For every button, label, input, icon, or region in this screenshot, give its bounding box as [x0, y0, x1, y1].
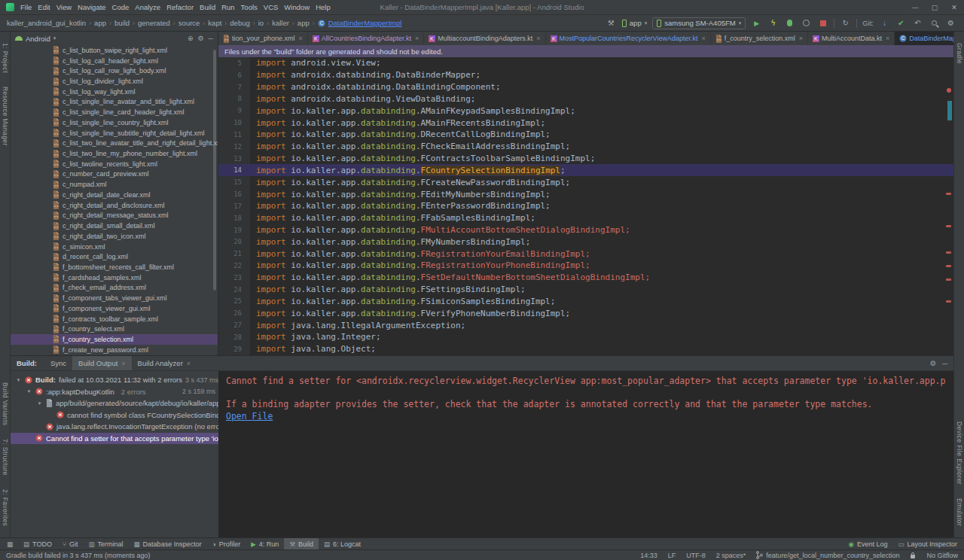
tool-stripe-build-variants[interactable]: Build Variants — [2, 382, 9, 425]
code-line[interactable]: 14import io.kaller.app.databinding.FCoun… — [218, 164, 953, 176]
error-mark[interactable] — [946, 300, 951, 303]
tool-window-button-database-inspector[interactable]: ▦Database Inspector — [129, 538, 207, 549]
tree-item-file[interactable]: <>c_right_detail_and_disclosure.xml — [11, 200, 218, 211]
menu-navigate[interactable]: Navigate — [75, 3, 109, 11]
hide-panel-icon[interactable]: ─ — [942, 359, 947, 367]
error-mark[interactable] — [946, 225, 951, 227]
run-config-selector[interactable]: app ▾ — [622, 17, 647, 29]
breadcrumb-file[interactable]: DataBinderMapperImpl — [328, 19, 403, 27]
indent-style[interactable]: 2 spaces* — [716, 552, 746, 559]
code-line[interactable]: 7import androidx.databinding.DataBinding… — [218, 81, 953, 93]
tool-window-button-layout-inspector[interactable]: ▭Layout Inspector — [892, 538, 962, 549]
file-encoding[interactable]: UTF-8 — [686, 552, 706, 559]
breadcrumb-item-generated[interactable]: generated — [137, 19, 171, 27]
tool-window-button-build[interactable]: ⚒Build — [284, 538, 319, 549]
tree-item-file[interactable]: <>c_right_detail_small_detail.xml — [11, 221, 218, 231]
tree-item-file[interactable]: <>f_country_select.xml — [11, 324, 218, 334]
editor-tab-multiaccountdata-kt[interactable]: KMultiAccountData.kt× — [808, 32, 895, 45]
build-tab-sync[interactable]: Sync — [44, 356, 72, 370]
maximize-button[interactable]: ▢ — [925, 0, 944, 14]
close-tab-icon[interactable]: × — [886, 35, 889, 42]
tool-stripe-7-structure[interactable]: 7: Structure — [2, 439, 9, 476]
code-line[interactable]: 22import io.kaller.app.databinding.FRegi… — [218, 260, 953, 272]
tree-item-file[interactable]: <>c_list_single_line_avatar_and_title_li… — [11, 97, 218, 108]
tool-stripe-2-favorites[interactable]: 2: Favorites — [2, 489, 9, 526]
close-tab-icon[interactable]: × — [536, 35, 540, 42]
tool-window-button-4-run[interactable]: ▶4: Run — [246, 538, 284, 549]
close-tab-icon[interactable]: × — [701, 35, 705, 42]
code-line[interactable]: 19import io.kaller.app.databinding.FMult… — [218, 224, 953, 236]
breadcrumb-item-kaller[interactable]: kaller — [271, 19, 290, 27]
tree-item-file[interactable]: <>c_list_two_line_avatar_title_and_right… — [11, 138, 218, 148]
build-tree-row[interactable]: Cannot find a setter for that accepts pa… — [11, 433, 218, 445]
code-line[interactable]: 8import androidx.databinding.ViewDataBin… — [218, 93, 953, 105]
code-line[interactable]: 5import android.view.View; — [218, 57, 953, 69]
code-line[interactable]: 15import io.kaller.app.databinding.FCrea… — [218, 176, 953, 188]
menu-build[interactable]: Build — [197, 3, 218, 11]
close-button[interactable]: ✕ — [944, 0, 964, 14]
device-selector[interactable]: samsung SM-A405FM ▾ — [652, 17, 746, 29]
tool-stripe-resource-manager[interactable]: Resource Manager — [2, 87, 9, 146]
tree-item-file[interactable]: <>c_right_detail_message_status.xml — [11, 211, 218, 221]
tool-window-switcher-icon[interactable]: ▦ — [2, 538, 18, 549]
tool-window-button-todo[interactable]: ▤TODO — [18, 538, 57, 549]
menu-view[interactable]: View — [53, 3, 75, 11]
editor-tab-allcountriesbindingadapter-kt[interactable]: KAllCountriesBindingAdapter.kt× — [308, 32, 424, 45]
error-mark[interactable] — [946, 251, 951, 254]
tree-item-file[interactable]: <>c_number_card_preview.xml — [11, 169, 218, 180]
tree-item-file[interactable]: <>f_cardshead_samples.xml — [11, 272, 218, 283]
tool-stripe-device-file-explorer[interactable]: Device File Explorer — [956, 422, 963, 485]
close-tab-icon[interactable]: × — [415, 35, 419, 42]
tree-item-file[interactable]: <>c_list_twoline_recents_light.xml — [11, 159, 218, 169]
caret-position[interactable]: 14:33 — [640, 552, 657, 559]
build-tab-build-analyzer[interactable]: Build Analyzer× — [132, 356, 197, 370]
breadcrumb-item-source[interactable]: source — [178, 19, 201, 27]
code-editor[interactable]: 5import android.view.View;6import androi… — [218, 57, 953, 355]
code-line[interactable]: 21import io.kaller.app.databinding.FRegi… — [218, 248, 953, 260]
build-hammer-icon[interactable]: ⚒ — [606, 17, 617, 29]
search-everywhere-button[interactable] — [929, 17, 940, 29]
build-tree-row[interactable]: ▾:app:kaptDebugKotlin2 errors2 s 159 ms — [11, 386, 218, 398]
line-separator[interactable]: LF — [668, 552, 676, 559]
tree-item-file[interactable]: <>c_list_single_line_subtitle_right_deta… — [11, 128, 218, 138]
tree-item-file[interactable]: <>c_simicon.xml — [11, 242, 218, 252]
error-stripe[interactable] — [944, 83, 953, 355]
close-tab-icon[interactable]: × — [187, 360, 191, 367]
tree-item-file[interactable]: <>c_list_single_line_country_light.xml — [11, 117, 218, 128]
menu-tools[interactable]: Tools — [238, 3, 261, 11]
menu-help[interactable]: Help — [313, 3, 334, 11]
project-view-selector[interactable]: Android — [26, 35, 50, 43]
tree-item-file[interactable]: <>f_contracts_toolbar_sample.xml — [11, 314, 218, 324]
apply-changes-button[interactable]: ϟ — [767, 17, 779, 29]
tree-item-file[interactable]: <>c_list_log_way_light.xml — [11, 87, 218, 97]
tool-window-button-terminal[interactable]: ▥Terminal — [84, 538, 129, 549]
tree-item-file[interactable]: <>d_recent_call_log.xml — [11, 251, 218, 262]
code-line[interactable]: 23import io.kaller.app.databinding.FSetD… — [218, 272, 953, 284]
breadcrumb-item-kaller-android-gui-kotlin[interactable]: kaller_android_gui_kotlin — [6, 19, 87, 27]
error-mark[interactable] — [946, 265, 951, 267]
tree-item-file[interactable]: <>c_list_log_call_header_light.xml — [11, 56, 218, 66]
code-line[interactable]: 6import androidx.databinding.DataBinderM… — [218, 69, 953, 81]
tree-item-file[interactable]: <>f_component_viewer_gui.xml — [11, 303, 218, 314]
tree-item-file[interactable]: <>f_create_new_password.xml — [11, 345, 218, 355]
tool-window-button-profiler[interactable]: ◑Profiler — [207, 538, 246, 549]
code-line[interactable]: 27import java.lang.IllegalArgumentExcept… — [218, 319, 953, 331]
breadcrumb-item-app[interactable]: app — [93, 19, 107, 27]
breadcrumb-item-build[interactable]: build — [114, 19, 130, 27]
breadcrumb-item-kapt[interactable]: kapt — [207, 19, 222, 27]
gear-icon[interactable]: ⚙ — [930, 359, 937, 367]
tool-window-button-6-logcat[interactable]: ▤6: Logcat — [319, 538, 366, 549]
git-rollback-button[interactable]: ↶ — [912, 17, 923, 29]
code-line[interactable]: 10import io.kaller.app.databinding.AMain… — [218, 117, 953, 129]
tool-stripe-1-project[interactable]: 1: Project — [2, 43, 9, 73]
build-tree-row[interactable]: java.lang.reflect.InvocationTargetExcept… — [11, 421, 218, 433]
tree-item-file[interactable]: <>f_bottomsheet_recents_call_filter.xml — [11, 262, 218, 272]
locate-file-icon[interactable]: ⊕ — [188, 35, 194, 42]
menu-code[interactable]: Code — [109, 3, 133, 11]
code-line[interactable]: 13import io.kaller.app.databinding.FCont… — [218, 153, 953, 165]
code-line[interactable]: 12import io.kaller.app.databinding.FChec… — [218, 141, 953, 153]
tree-item-file[interactable]: <>c_right_detail_two_icon.xml — [11, 231, 218, 242]
profiler-button[interactable] — [801, 17, 812, 29]
menu-refactor[interactable]: Refactor — [163, 3, 197, 11]
breadcrumb-item-app[interactable]: app — [297, 19, 310, 27]
